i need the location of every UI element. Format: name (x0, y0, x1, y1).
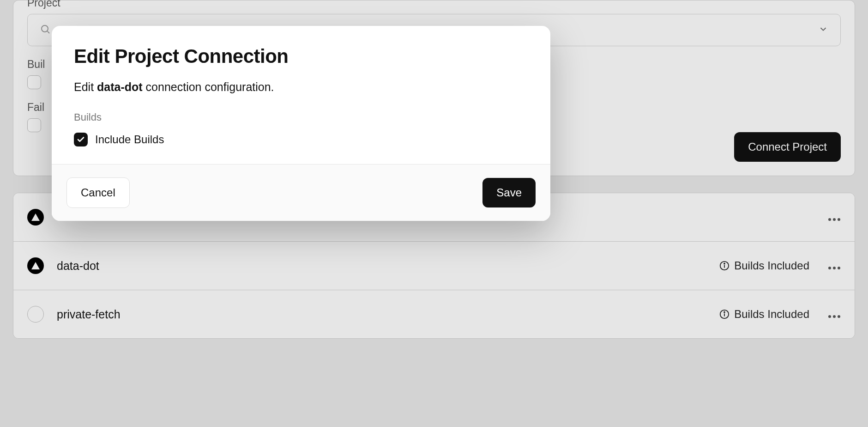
modal-desc-project: data-dot (97, 80, 143, 93)
modal-desc-prefix: Edit (74, 80, 97, 93)
include-builds-label: Include Builds (95, 133, 164, 146)
save-button[interactable]: Save (482, 178, 536, 207)
cancel-button[interactable]: Cancel (66, 177, 130, 208)
modal-overlay[interactable]: Edit Project Connection Edit data-dot co… (0, 0, 868, 427)
modal-builds-section-label: Builds (74, 111, 528, 123)
modal-title: Edit Project Connection (74, 45, 528, 67)
modal-description: Edit data-dot connection configuration. (74, 80, 528, 94)
edit-connection-modal: Edit Project Connection Edit data-dot co… (52, 26, 550, 221)
check-icon (77, 135, 85, 144)
include-builds-checkbox[interactable] (74, 133, 88, 146)
modal-desc-suffix: connection configuration. (143, 80, 274, 93)
